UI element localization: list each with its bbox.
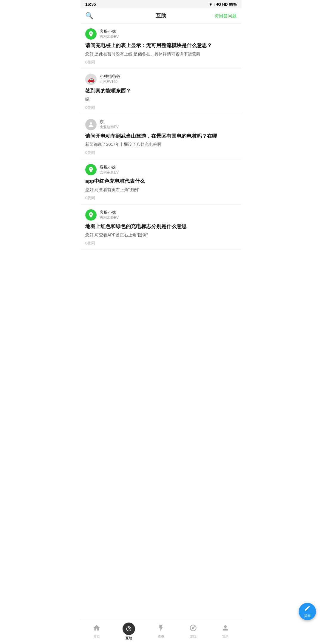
header: 🔍 互助 待回答问题 xyxy=(80,8,242,24)
page-title: 互助 xyxy=(156,12,166,19)
user-name: 客服小妹 xyxy=(100,165,119,170)
question-item[interactable]: 🚗 小狸猫爸爸 北汽EV160 签到真的能领东西？ 嗯 0赞同 xyxy=(80,69,242,114)
network-type: 4G HD xyxy=(216,2,228,7)
question-answer: 您好,可查看首页右上角"图例" xyxy=(85,187,237,193)
user-row: 客服小妹 吉利帝豪EV xyxy=(85,209,237,221)
user-row: 东 比亚迪秦EV xyxy=(85,119,237,130)
avatar: 🚗 xyxy=(85,74,97,85)
status-bar: 16:35 ∗ Ⅰ 4G HD 99% xyxy=(80,0,242,8)
user-info: 客服小妹 吉利帝豪EV xyxy=(100,165,119,175)
user-car: 吉利帝豪EV xyxy=(100,215,119,220)
bluetooth-icon: ∗ xyxy=(209,2,212,7)
user-info: 小狸猫爸爸 北汽EV160 xyxy=(100,74,120,84)
question-title: 地图上红色和绿色的充电标志分别是什么意思 xyxy=(85,223,237,230)
question-item[interactable]: 东 比亚迪秦EV 请问开电动车到武当山旅游，在景区有国电的电桩吗？在哪 新闻都说… xyxy=(80,114,242,160)
question-likes: 0赞同 xyxy=(85,60,237,65)
svg-point-0 xyxy=(90,122,92,125)
status-time: 16:35 xyxy=(85,2,96,7)
question-title: 请问开电动车到武当山旅游，在景区有国电的电桩吗？在哪 xyxy=(85,133,237,140)
question-answer: 嗯 xyxy=(85,96,237,103)
avatar xyxy=(85,164,97,175)
avatar xyxy=(85,28,97,40)
question-list: 客服小妹 吉利帝豪EV 请问充电桩上的表上显示：无可用整流模块是什么意思？ 您好… xyxy=(80,24,242,271)
question-item[interactable]: 客服小妹 吉利帝豪EV 请问充电桩上的表上显示：无可用整流模块是什么意思？ 您好… xyxy=(80,24,242,69)
avatar xyxy=(85,119,97,130)
user-info: 东 比亚迪秦EV xyxy=(100,119,119,130)
user-car: 比亚迪秦EV xyxy=(100,125,119,130)
question-likes: 0赞同 xyxy=(85,195,237,201)
question-answer: 您好,可查看APP首页右上角"图例" xyxy=(85,232,237,238)
user-info: 客服小妹 吉利帝豪EV xyxy=(100,210,119,220)
question-title: 请问充电桩上的表上显示：无可用整流模块是什么意思？ xyxy=(85,42,237,49)
user-name: 客服小妹 xyxy=(100,210,119,215)
pending-questions-button[interactable]: 待回答问题 xyxy=(214,13,237,19)
question-likes: 0赞同 xyxy=(85,150,237,155)
question-answer: 新闻都说了2017年十堰设了八处充电桩啊 xyxy=(85,141,237,148)
user-car: 吉利帝豪EV xyxy=(100,34,119,39)
avatar xyxy=(85,209,97,221)
user-row: 🚗 小狸猫爸爸 北汽EV160 xyxy=(85,74,237,85)
question-answer: 您好,是此桩暂时没有上线,是储备桩。具体详情可咨询下运营商 xyxy=(85,51,237,57)
search-icon[interactable]: 🔍 xyxy=(85,12,93,20)
question-title: app中红色充电桩代表什么 xyxy=(85,178,237,185)
question-title: 签到真的能领东西？ xyxy=(85,87,237,95)
battery-level: 99% xyxy=(229,2,237,7)
user-car: 北汽EV160 xyxy=(100,79,120,84)
user-row: 客服小妹 吉利帝豪EV xyxy=(85,28,237,40)
user-info: 客服小妹 吉利帝豪EV xyxy=(100,29,119,39)
user-name: 客服小妹 xyxy=(100,29,119,34)
status-icons: ∗ Ⅰ 4G HD 99% xyxy=(209,2,237,7)
question-likes: 0赞同 xyxy=(85,105,237,110)
user-name: 东 xyxy=(100,119,119,125)
signal-icon: Ⅰ xyxy=(213,2,215,7)
question-item[interactable]: 客服小妹 吉利帝豪EV 地图上红色和绿色的充电标志分别是什么意思 您好,可查看A… xyxy=(80,205,242,250)
question-likes: 0赞同 xyxy=(85,241,237,246)
user-car: 吉利帝豪EV xyxy=(100,170,119,175)
user-name: 小狸猫爸爸 xyxy=(100,74,120,79)
user-row: 客服小妹 吉利帝豪EV xyxy=(85,164,237,175)
question-item[interactable]: 客服小妹 吉利帝豪EV app中红色充电桩代表什么 您好,可查看首页右上角"图例… xyxy=(80,159,242,205)
